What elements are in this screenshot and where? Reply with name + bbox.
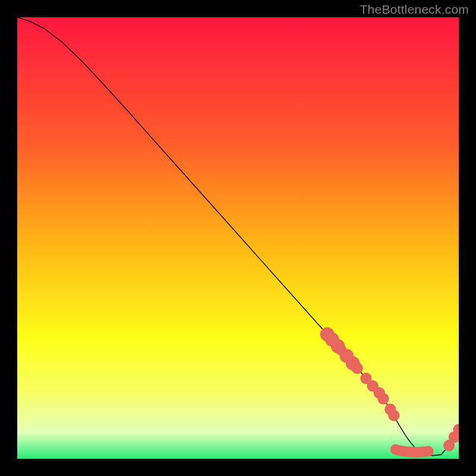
watermark-text: TheBottleneck.com [360, 2, 469, 17]
highlight-marker [388, 410, 399, 421]
chart-svg [17, 17, 459, 459]
gradient-background [17, 17, 459, 459]
chart-plot-area [17, 17, 459, 459]
highlight-marker [352, 362, 363, 374]
highlight-marker [377, 393, 389, 404]
highlight-marker [423, 446, 434, 456]
outer-frame: TheBottleneck.com [0, 0, 476, 476]
